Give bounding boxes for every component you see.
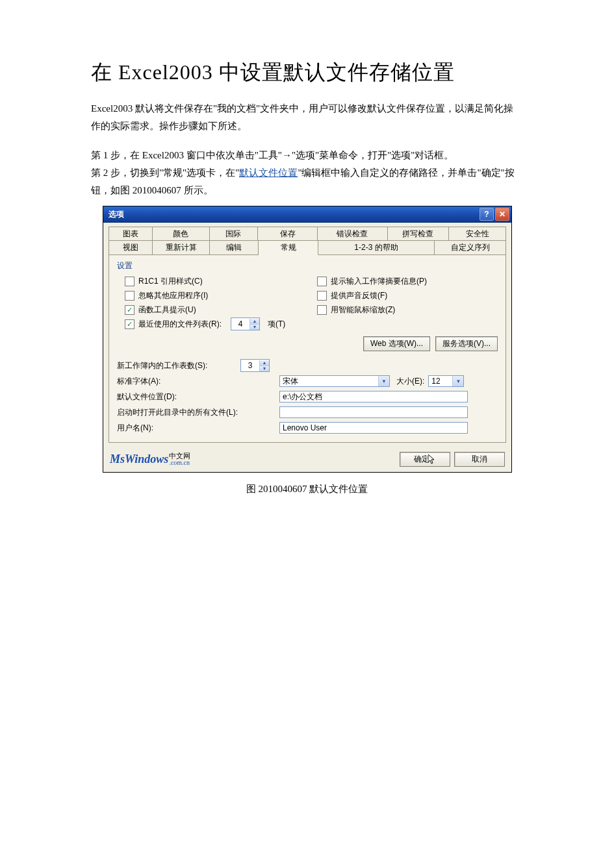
recent-files-spinner[interactable]: ▲ ▼ bbox=[231, 317, 260, 330]
sheets-spinner[interactable]: ▲ ▼ bbox=[240, 359, 270, 372]
spinner-up-icon[interactable]: ▲ bbox=[250, 319, 259, 325]
spinner-down-icon[interactable]: ▼ bbox=[250, 325, 259, 330]
recent-files-input[interactable] bbox=[231, 319, 249, 329]
username-label: 用户名(N): bbox=[117, 423, 240, 434]
default-path-label: 默认文件位置(D): bbox=[117, 391, 240, 403]
step-2: 第 2 步，切换到"常规"选项卡，在"默认文件位置"编辑框中输入自定义的存储路径… bbox=[91, 164, 523, 199]
tab-intl[interactable]: 国际 bbox=[210, 227, 259, 241]
checkbox-icon[interactable] bbox=[125, 277, 134, 286]
check-ignore-other-apps[interactable]: 忽略其他应用程序(I) bbox=[117, 288, 298, 303]
check-sound-feedback[interactable]: 提供声音反馈(F) bbox=[317, 288, 498, 303]
size-select[interactable]: 12 ▼ bbox=[428, 375, 464, 387]
watermark-logo: MsWindows 中文网 .com.cn bbox=[110, 453, 190, 466]
settings-section-label: 设置 bbox=[117, 260, 498, 271]
tab-chart[interactable]: 图表 bbox=[109, 227, 153, 241]
dialog-titlebar[interactable]: 选项 ? ✕ bbox=[103, 206, 511, 223]
highlighted-term: 默认文件位置 bbox=[239, 167, 298, 178]
chevron-down-icon[interactable]: ▼ bbox=[378, 376, 389, 386]
figure-caption: 图 2010040607 默认文件位置 bbox=[91, 483, 523, 495]
step-1: 第 1 步，在 Excel2003 窗口中依次单击"工具"→"选项"菜单命令，打… bbox=[91, 147, 523, 164]
tab-123help[interactable]: 1-2-3 的帮助 bbox=[318, 240, 435, 255]
check-summary-info[interactable]: 提示输入工作簿摘要信息(P) bbox=[317, 274, 498, 288]
cursor-icon bbox=[428, 454, 436, 465]
chevron-down-icon[interactable]: ▼ bbox=[452, 376, 463, 386]
tab-spellcheck[interactable]: 拼写检查 bbox=[388, 227, 450, 241]
checkbox-icon[interactable] bbox=[125, 319, 134, 329]
tab-recalc[interactable]: 重新计算 bbox=[153, 240, 210, 255]
checkbox-icon[interactable] bbox=[317, 277, 327, 286]
tab-panel-general: 设置 R1C1 引用样式(C) 忽略其他应用程序(I) bbox=[109, 255, 506, 443]
checkbox-icon[interactable] bbox=[125, 305, 134, 315]
startup-input[interactable] bbox=[279, 406, 468, 418]
close-button[interactable]: ✕ bbox=[495, 208, 509, 221]
tab-row-2: 视图 重新计算 编辑 常规 1-2-3 的帮助 自定义序列 bbox=[109, 240, 506, 255]
page-title: 在 Excel2003 中设置默认文件存储位置 bbox=[91, 58, 523, 87]
sheets-label: 新工作簿内的工作表数(S): bbox=[117, 360, 240, 371]
intro-paragraph: Excel2003 默认将文件保存在"我的文档"文件夹中，用户可以修改默认文件保… bbox=[91, 100, 523, 135]
tab-errorcheck[interactable]: 错误检查 bbox=[318, 227, 388, 241]
check-intellimouse-zoom[interactable]: 用智能鼠标缩放(Z) bbox=[317, 303, 498, 317]
tab-view[interactable]: 视图 bbox=[109, 240, 153, 255]
tab-general[interactable]: 常规 bbox=[259, 240, 318, 255]
font-select[interactable]: 宋体 ▼ bbox=[279, 375, 390, 387]
font-label: 标准字体(A): bbox=[117, 376, 240, 387]
spinner-down-icon[interactable]: ▼ bbox=[260, 366, 269, 371]
checkbox-icon[interactable] bbox=[125, 291, 134, 301]
service-options-button[interactable]: 服务选项(V)... bbox=[435, 336, 498, 351]
help-button[interactable]: ? bbox=[480, 208, 494, 221]
size-label: 大小(E): bbox=[396, 376, 424, 387]
default-path-input[interactable] bbox=[279, 391, 468, 403]
checkbox-icon[interactable] bbox=[317, 305, 327, 315]
username-input[interactable] bbox=[279, 422, 468, 434]
sheets-input[interactable] bbox=[241, 361, 259, 370]
check-function-tooltips[interactable]: 函数工具提示(U) bbox=[117, 303, 298, 317]
check-recent-files[interactable]: 最近使用的文件列表(R): ▲ ▼ 项(T) bbox=[117, 317, 298, 331]
dialog-title: 选项 bbox=[109, 209, 478, 220]
startup-label: 启动时打开此目录中的所有文件(L): bbox=[117, 407, 279, 418]
check-r1c1[interactable]: R1C1 引用样式(C) bbox=[117, 274, 298, 288]
tab-security[interactable]: 安全性 bbox=[449, 227, 506, 241]
tab-edit[interactable]: 编辑 bbox=[210, 240, 259, 255]
tab-color[interactable]: 颜色 bbox=[153, 227, 210, 241]
options-dialog: 选项 ? ✕ 图表 颜色 国际 保存 错误检查 拼写检查 安全性 视图 bbox=[103, 206, 512, 473]
tab-row-1: 图表 颜色 国际 保存 错误检查 拼写检查 安全性 bbox=[109, 227, 506, 241]
ok-button[interactable]: 确定 bbox=[400, 452, 450, 467]
tab-customlists[interactable]: 自定义序列 bbox=[435, 240, 506, 255]
checkbox-icon[interactable] bbox=[317, 291, 327, 301]
spinner-up-icon[interactable]: ▲ bbox=[260, 360, 269, 366]
cancel-button[interactable]: 取消 bbox=[454, 452, 505, 467]
tab-save[interactable]: 保存 bbox=[258, 227, 318, 241]
web-options-button[interactable]: Web 选项(W)... bbox=[363, 336, 430, 351]
